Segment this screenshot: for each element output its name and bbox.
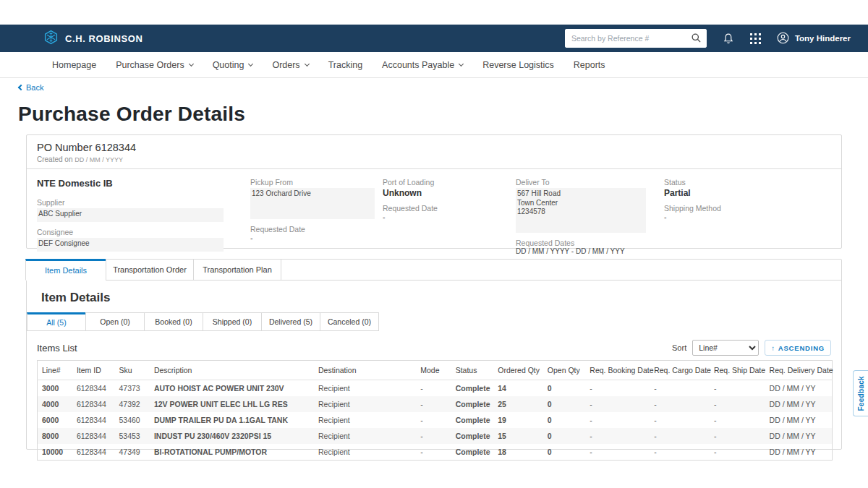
subtab-delivered-5[interactable]: Delivered (5) (261, 312, 320, 331)
cell-req-cargo-date: - (650, 412, 710, 428)
brand[interactable]: C.H. ROBINSON (43, 30, 142, 48)
table-row[interactable]: 10000612834447349BI-ROTATIONAL PUMP/MOTO… (38, 444, 833, 461)
shipping-method-value: - (664, 213, 831, 221)
cell-status: Complete (451, 380, 494, 397)
notifications-bell-icon[interactable] (723, 33, 734, 45)
cell-req-ship-date: - (710, 444, 765, 461)
cell-mode: - (416, 396, 451, 412)
cell-open-qty: 0 (543, 428, 586, 444)
column-header-line[interactable]: Line# (38, 361, 72, 380)
table-row[interactable]: 3000612834447373AUTO HOIST AC POWER UNIT… (38, 380, 833, 397)
back-label: Back (26, 83, 43, 92)
requested-dates-value: DD / MM / YYYY - DD / MM / YYY (516, 247, 664, 255)
deliver-to-line3: 1234578 (517, 207, 643, 217)
nav-item-purchase-orders[interactable]: Purchase Orders (116, 60, 192, 70)
cell-status: Complete (451, 396, 494, 412)
nav-item-label: Tracking (328, 60, 362, 70)
tab-transportation-order[interactable]: Transportation Order (106, 259, 194, 281)
column-header-sku[interactable]: Sku (114, 361, 149, 380)
details-tabs-card: Item DetailsTransportation OrderTranspor… (26, 259, 842, 450)
column-header-ordered-qty[interactable]: Ordered Qty (493, 361, 543, 380)
cell-status: Complete (451, 428, 494, 444)
nav-item-orders[interactable]: Orders (272, 60, 308, 70)
status-label: Status (664, 178, 831, 187)
column-header-req-delivery-date[interactable]: Req. Delivery Date (765, 361, 833, 380)
column-header-status[interactable]: Status (451, 361, 494, 380)
cell-req-ship-date: - (710, 428, 765, 444)
po-card-header: PO Number 6128344 Created on DD / MM / Y… (27, 135, 841, 169)
nav-item-label: Reports (574, 60, 605, 70)
tab-item-details[interactable]: Item Details (25, 259, 106, 281)
supplier-label: Supplier (37, 198, 250, 207)
nav-item-homepage[interactable]: Homepage (52, 60, 96, 70)
nav-item-quoting[interactable]: Quoting (213, 60, 253, 70)
page-title: Purchase Order Details (18, 103, 245, 126)
port-of-loading-value: Unknown (383, 188, 516, 198)
shipping-method-label: Shipping Method (664, 204, 831, 213)
subtab-shipped-0[interactable]: Shipped (0) (203, 312, 262, 331)
back-link[interactable]: Back (19, 83, 43, 92)
nav-item-reports[interactable]: Reports (574, 60, 605, 70)
column-header-destination[interactable]: Destination (314, 361, 416, 380)
deliver-to-label: Deliver To (516, 178, 664, 187)
sort-select[interactable]: Line# (692, 340, 759, 356)
cell-open-qty: 0 (543, 396, 586, 412)
sort-label: Sort (672, 343, 686, 352)
cell-destination: Recipient (314, 412, 416, 428)
cell-req-cargo-date: - (650, 444, 710, 461)
apps-grid-icon[interactable] (750, 33, 761, 44)
tab-row-filler (281, 259, 841, 281)
column-header-req-cargo-date[interactable]: Req. Cargo Date (650, 361, 710, 380)
column-header-description[interactable]: Description (150, 361, 314, 380)
nav-item-tracking[interactable]: Tracking (328, 60, 362, 70)
table-row[interactable]: 8000612834453453INDUST PU 230/460V 2320P… (38, 428, 833, 444)
column-header-req-ship-date[interactable]: Req. Ship Date (710, 361, 765, 380)
cell-ordered-qty: 15 (493, 428, 543, 444)
cell-open-qty: 0 (543, 444, 586, 461)
subtab-all-5[interactable]: All (5) (27, 312, 86, 331)
user-menu[interactable]: Tony Hinderer (777, 32, 851, 46)
nav-item-reverse-logistics[interactable]: Reverse Logistics (482, 60, 554, 70)
cell-destination: Recipient (314, 396, 416, 412)
created-on-label: Created on (37, 155, 72, 163)
pickup-requested-date-value: - (250, 234, 383, 242)
ascending-sort-button[interactable]: ↑ ASCENDING (765, 340, 831, 356)
subtab-open-0[interactable]: Open (0) (85, 312, 145, 331)
cell-sku: 53460 (114, 412, 149, 428)
ascending-label: ASCENDING (778, 344, 825, 352)
table-row[interactable]: 400061283444739212V POWER UNIT ELEC LHL … (38, 396, 833, 412)
chevron-down-icon (189, 61, 194, 66)
tab-transportation-plan[interactable]: Transportation Plan (193, 259, 281, 281)
column-header-req-booking-date[interactable]: Req. Booking Date (585, 361, 650, 380)
nav-item-accounts-payable[interactable]: Accounts Payable (382, 60, 463, 70)
order-name: NTE Domestic IB (37, 178, 250, 189)
port-requested-date-value: - (383, 213, 516, 221)
column-header-open-qty[interactable]: Open Qty (543, 361, 586, 380)
port-of-loading-label: Port of Loading (383, 178, 516, 187)
port-requested-date-label: Requested Date (383, 204, 516, 213)
cell-destination: Recipient (314, 380, 416, 397)
cell-req-cargo-date: - (650, 396, 710, 412)
nav-item-label: Quoting (213, 60, 244, 70)
cell-mode: - (416, 380, 451, 397)
supplier-value: ABC Supplier (37, 208, 224, 222)
cell-destination: Recipient (314, 428, 416, 444)
deliver-to-line1: 567 Hill Road (517, 189, 643, 199)
search-input[interactable] (565, 29, 707, 48)
column-header-mode[interactable]: Mode (416, 361, 451, 380)
subtab-booked-0[interactable]: Booked (0) (144, 312, 203, 331)
cell-item-id: 6128344 (72, 412, 115, 428)
cell-req-ship-date: - (710, 396, 765, 412)
cell-req-booking-date: - (585, 412, 650, 428)
cell-req-delivery-date: DD / MM / YY (765, 380, 833, 397)
cell-item-id: 6128344 (72, 396, 115, 412)
table-row[interactable]: 6000612834453460DUMP TRAILER PU DA 1.1GA… (38, 412, 833, 428)
search-icon[interactable] (691, 33, 702, 46)
subtab-canceled-0[interactable]: Canceled (0) (320, 312, 379, 331)
feedback-button[interactable]: Feedback (853, 370, 868, 416)
cell-req-delivery-date: DD / MM / YY (765, 428, 833, 444)
cell-req-booking-date: - (585, 444, 650, 461)
main-nav: HomepagePurchase OrdersQuotingOrdersTrac… (0, 52, 868, 78)
cell-mode: - (416, 412, 451, 428)
column-header-item-id[interactable]: Item ID (72, 361, 115, 380)
